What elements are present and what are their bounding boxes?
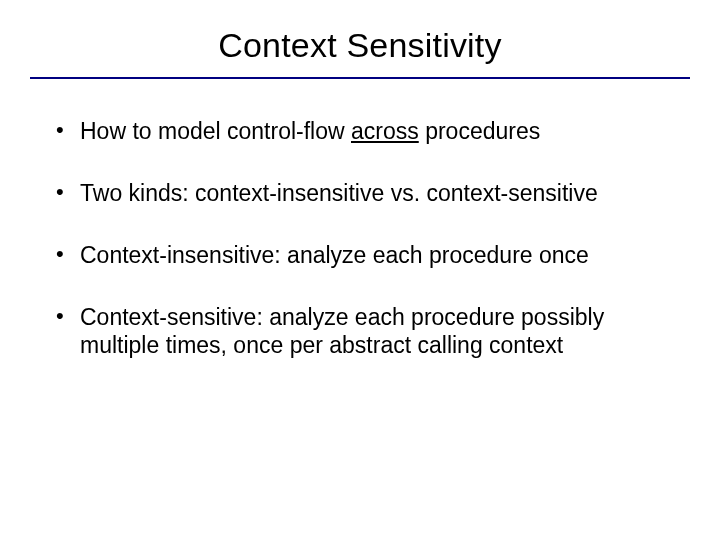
slide-body: How to model control-flow across procedu… — [50, 117, 670, 359]
bullet-text: How to model control-flow — [80, 118, 351, 144]
list-item: Context-insensitive: analyze each proced… — [50, 241, 670, 269]
list-item: Two kinds: context-insensitive vs. conte… — [50, 179, 670, 207]
list-item: How to model control-flow across procedu… — [50, 117, 670, 145]
bullet-text: Context-sensitive: analyze each procedur… — [80, 304, 604, 358]
slide: Context Sensitivity How to model control… — [0, 0, 720, 540]
bullet-underline: across — [351, 118, 419, 144]
bullet-text: procedures — [419, 118, 540, 144]
bullet-text: Two kinds: context-insensitive vs. conte… — [80, 180, 598, 206]
bullet-text: Context-insensitive: analyze each proced… — [80, 242, 589, 268]
bullet-list: How to model control-flow across procedu… — [50, 117, 670, 359]
title-underline — [30, 77, 690, 79]
list-item: Context-sensitive: analyze each procedur… — [50, 303, 670, 359]
slide-title: Context Sensitivity — [50, 26, 670, 65]
title-block: Context Sensitivity — [50, 26, 670, 79]
